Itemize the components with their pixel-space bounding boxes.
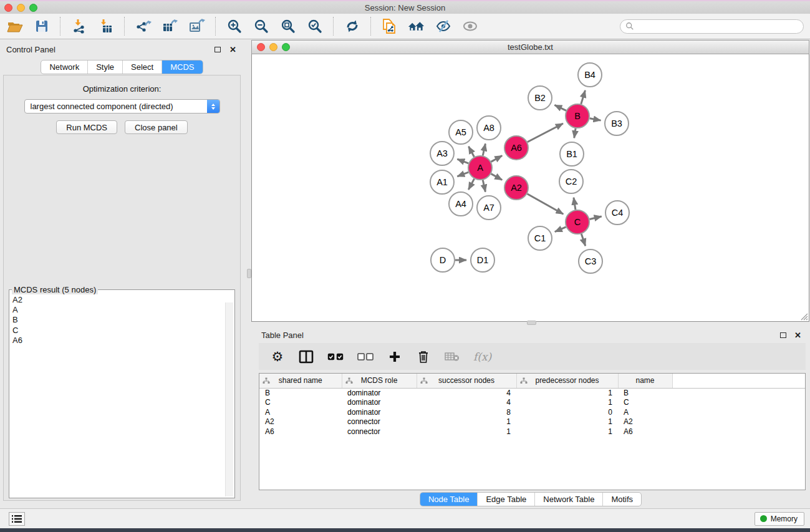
table-row[interactable]: Cdominator41C	[259, 398, 805, 408]
graph-edge-C-C2[interactable]	[574, 198, 576, 210]
tab-edge-table[interactable]: Edge Table	[477, 493, 534, 506]
graph-edge-A-A8[interactable]	[483, 143, 485, 155]
graph-edge-A-A5[interactable]	[468, 147, 474, 157]
tab-network-table[interactable]: Network Table	[534, 493, 602, 506]
run-mcds-button[interactable]: Run MCDS	[56, 120, 117, 134]
float-table-panel-icon[interactable]	[780, 332, 786, 338]
graph-node-A7[interactable]: A7	[477, 196, 501, 220]
graph-edge-C-C4[interactable]	[589, 216, 601, 220]
graph-node-A4[interactable]: A4	[449, 192, 473, 216]
mcds-result-item[interactable]: A6	[12, 336, 234, 346]
tab-select[interactable]: Select	[122, 60, 162, 74]
mcds-result-item[interactable]: B	[12, 315, 234, 325]
graph-edge-A-A7[interactable]	[483, 180, 485, 192]
graph-edge-A-A1[interactable]	[457, 172, 468, 177]
home-icon[interactable]	[408, 18, 425, 35]
table-cell[interactable]: A	[259, 407, 342, 417]
delete-column-trash-icon[interactable]	[416, 349, 431, 365]
table-row[interactable]: A6connector11A6	[259, 427, 805, 437]
graph-node-A5[interactable]: A5	[449, 120, 473, 144]
save-session-icon[interactable]	[33, 18, 50, 35]
graph-node-D[interactable]: D	[431, 248, 455, 272]
table-cell[interactable]: connector	[342, 417, 417, 427]
table-cell[interactable]: 1	[516, 427, 618, 437]
tab-mcds[interactable]: MCDS	[162, 60, 202, 74]
column-header-shared-name[interactable]: shared name	[259, 374, 342, 388]
graph-node-A1[interactable]: A1	[430, 170, 454, 194]
network-window-titlebar[interactable]: testGlobe.txt	[251, 40, 809, 54]
column-header-predecessor-nodes[interactable]: predecessor nodes	[516, 374, 618, 388]
table-cell[interactable]: B	[259, 388, 342, 398]
export-image-icon[interactable]	[188, 18, 205, 35]
table-cell[interactable]: A2	[618, 417, 672, 427]
column-header-name[interactable]: name	[618, 374, 672, 388]
mcds-result-item[interactable]: C	[12, 326, 234, 336]
zoom-in-icon[interactable]	[226, 18, 243, 35]
deselect-all-icon[interactable]	[357, 349, 374, 365]
mcds-result-item[interactable]: A	[12, 305, 234, 315]
close-panel-icon[interactable]: ✕	[229, 46, 236, 54]
graph-edge-A-A2[interactable]	[491, 174, 503, 180]
graph-node-B2[interactable]: B2	[528, 86, 552, 110]
network-graph[interactable]: B4B2BB3A5A8A6A3AB1A1A2C2A4A7C4C1CDD1C3	[252, 54, 809, 321]
graph-node-C2[interactable]: C2	[559, 170, 583, 193]
graph-node-C1[interactable]: C1	[528, 226, 552, 250]
mcds-result-item[interactable]: A2	[12, 295, 234, 305]
network-canvas[interactable]: B4B2BB3A5A8A6A3AB1A1A2C2A4A7C4C1CDD1C3	[251, 54, 809, 322]
table-cell[interactable]: dominator	[342, 388, 417, 398]
select-all-icon[interactable]	[327, 349, 344, 365]
search-input[interactable]	[637, 22, 798, 31]
show-hidden-eye-icon[interactable]	[461, 18, 478, 35]
import-table-icon[interactable]	[97, 18, 114, 35]
refresh-icon[interactable]	[344, 18, 360, 35]
graph-node-C3[interactable]: C3	[579, 249, 602, 273]
graph-node-D1[interactable]: D1	[471, 248, 494, 272]
graph-node-B3[interactable]: B3	[605, 112, 629, 135]
graph-edge-A2-C[interactable]	[527, 194, 563, 214]
close-table-panel-icon[interactable]: ✕	[794, 331, 801, 339]
table-row[interactable]: Bdominator41B	[259, 388, 805, 398]
graph-node-A3[interactable]: A3	[430, 142, 454, 165]
export-network-icon[interactable]	[135, 18, 152, 35]
resize-grip-icon[interactable]	[799, 312, 808, 321]
graph-node-C[interactable]: C	[566, 210, 589, 234]
search-box[interactable]	[620, 19, 804, 34]
table-cell[interactable]: A	[618, 407, 672, 417]
graph-node-A6[interactable]: A6	[504, 136, 528, 160]
graph-edge-B-B1[interactable]	[574, 128, 576, 138]
graph-edge-B-B3[interactable]	[590, 118, 601, 120]
hide-selected-icon[interactable]	[435, 18, 451, 35]
task-history-button[interactable]	[9, 512, 25, 526]
add-column-icon[interactable]	[387, 349, 402, 365]
table-cell[interactable]: connector	[342, 427, 417, 437]
table-cell[interactable]: 1	[516, 388, 618, 398]
import-network-icon[interactable]	[70, 18, 87, 35]
table-cell[interactable]: 1	[417, 417, 516, 427]
graph-node-C4[interactable]: C4	[605, 201, 629, 225]
zoom-fit-icon[interactable]	[279, 18, 296, 35]
graph-node-A2[interactable]: A2	[504, 176, 528, 200]
table-cell[interactable]: 8	[417, 407, 516, 417]
table-cell[interactable]: 4	[417, 388, 516, 398]
graph-edge-C-C1[interactable]	[555, 227, 566, 232]
graph-edge-C-C3[interactable]	[581, 234, 585, 246]
tab-style[interactable]: Style	[87, 60, 122, 74]
graph-edge-A-A3[interactable]	[457, 159, 468, 163]
column-header-MCDS-role[interactable]: MCDS role	[342, 374, 417, 388]
tab-node-table[interactable]: Node Table	[420, 493, 478, 506]
table-cell[interactable]: C	[618, 398, 672, 408]
table-row[interactable]: A2connector11A2	[259, 417, 805, 427]
open-session-icon[interactable]	[6, 18, 23, 35]
table-cell[interactable]: A6	[259, 427, 342, 437]
table-cell[interactable]: 1	[417, 427, 516, 437]
split-columns-icon[interactable]	[299, 349, 314, 365]
graph-node-B1[interactable]: B1	[560, 142, 584, 166]
graph-edge-A6-B[interactable]	[528, 123, 563, 142]
close-panel-button[interactable]: Close panel	[125, 120, 188, 134]
table-cell[interactable]: dominator	[342, 398, 417, 408]
table-cell[interactable]: A2	[259, 417, 342, 427]
export-table-icon[interactable]	[162, 18, 178, 35]
table-row[interactable]: Adominator80A	[259, 407, 805, 417]
table-cell[interactable]: B	[618, 388, 672, 398]
graph-node-B4[interactable]: B4	[578, 63, 602, 87]
